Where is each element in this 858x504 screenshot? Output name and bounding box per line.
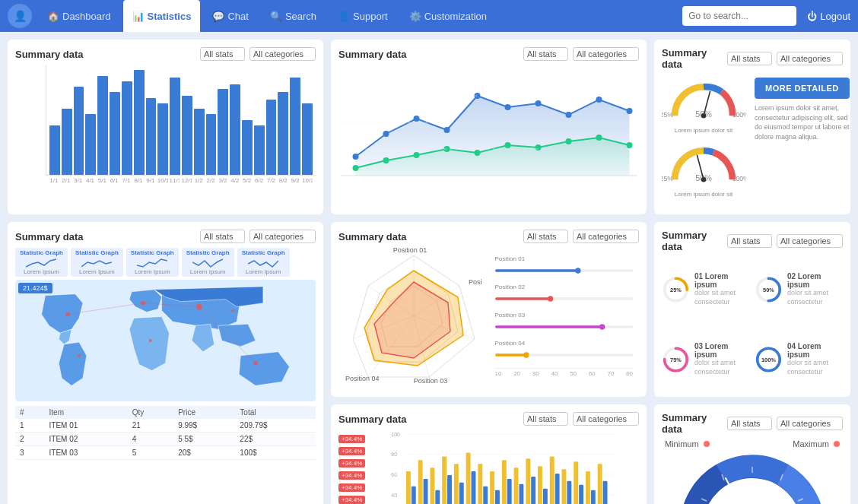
card1-dropdown1[interactable]: All stats <box>200 47 245 61</box>
card7-inner: +34.4% +34.4% +34.4% +34.4% +34.4% +34.4… <box>338 430 639 504</box>
card-speedometer: Summary data All stats All categories Mi… <box>654 404 850 504</box>
side-label-2: +34.4% <box>338 447 365 455</box>
mini-stat-3: Statistic Graph Lorem Ipsum <box>126 248 179 277</box>
svg-rect-67 <box>495 325 602 328</box>
svg-point-8 <box>596 97 602 103</box>
svg-point-33 <box>701 177 707 182</box>
svg-point-39 <box>231 309 234 312</box>
svg-rect-116 <box>538 466 542 504</box>
card5-dropdown2[interactable]: All categories <box>573 230 639 243</box>
side-label-6: +34.4% <box>338 496 365 504</box>
svg-text:75%: 75% <box>670 357 682 363</box>
card3-dropdown1[interactable]: All stats <box>727 52 772 65</box>
card5-header: Summary data All stats All categories <box>338 230 639 243</box>
svg-rect-94 <box>406 471 411 504</box>
card6-title: Summary data <box>662 230 723 252</box>
svg-rect-110 <box>502 460 507 504</box>
card7-title: Summary data <box>338 414 519 425</box>
circle-item-1: 25% 01 Lorem ipsum dolor sit amet consec… <box>662 257 750 322</box>
svg-rect-64 <box>495 297 551 300</box>
card6-dropdown1[interactable]: All stats <box>727 234 772 248</box>
bar <box>206 114 217 175</box>
svg-point-11 <box>383 157 389 163</box>
svg-rect-96 <box>418 460 423 504</box>
bar-chart-area <box>46 65 316 176</box>
svg-rect-123 <box>579 485 583 504</box>
bar <box>74 87 84 175</box>
nav-statistics[interactable]: 📊 Statistics <box>123 0 201 32</box>
svg-text:80: 80 <box>392 452 398 457</box>
svg-rect-119 <box>555 474 560 504</box>
th-qty: Qty <box>128 406 173 419</box>
logout-button[interactable]: ⏻ Logout <box>807 11 850 22</box>
bar-line-svg-3 <box>495 323 634 331</box>
card8-header: Summary data All stats All categories <box>662 412 843 435</box>
nav-dashboard[interactable]: 🏠 Dashboard <box>38 0 120 32</box>
svg-rect-114 <box>526 458 531 504</box>
card4-dropdown2[interactable]: All categories <box>249 230 316 243</box>
svg-rect-102 <box>454 464 459 504</box>
data-table: # Item Qty Price Total 1ITEM 01219.99$20… <box>15 406 316 460</box>
max-dot <box>834 441 840 447</box>
nav-chat[interactable]: 💬 Chat <box>203 0 257 32</box>
bar <box>254 125 265 175</box>
bar <box>110 92 120 175</box>
svg-rect-104 <box>466 453 471 505</box>
svg-rect-125 <box>591 490 596 504</box>
card3-dropdown2[interactable]: All categories <box>777 52 843 65</box>
bar <box>85 114 96 175</box>
card7-dropdown2[interactable]: All categories <box>573 412 639 426</box>
more-detailed-button[interactable]: MORE DETAILED <box>755 78 850 99</box>
svg-rect-108 <box>490 471 494 504</box>
circle-text-1: 01 Lorem ipsum dolor sit amet consectetu… <box>694 272 750 306</box>
card2-dropdown2[interactable]: All categories <box>573 47 639 61</box>
card3-right: MORE DETAILED Lorem ipsum dolor sit amet… <box>752 74 850 210</box>
card-grouped-bars: Summary data All stats All categories +3… <box>331 404 647 504</box>
avatar: 👤 <box>8 4 32 28</box>
svg-rect-70 <box>495 353 526 357</box>
card1-title: Summary data <box>15 49 195 60</box>
circle-svg-4: 100% <box>755 340 783 379</box>
card1-dropdown2[interactable]: All categories <box>249 47 316 61</box>
card8-dropdown2[interactable]: All categories <box>777 417 843 430</box>
svg-point-7 <box>566 112 572 118</box>
svg-point-9 <box>627 108 633 114</box>
svg-rect-112 <box>514 468 519 504</box>
navbar: 👤 🏠 Dashboard 📊 Statistics 💬 Chat 🔍 Sear… <box>0 0 858 32</box>
circles-grid: 25% 01 Lorem ipsum dolor sit amet consec… <box>662 257 843 392</box>
svg-text:50%: 50% <box>763 287 774 293</box>
card7-dropdown1[interactable]: All stats <box>523 412 568 426</box>
svg-rect-107 <box>484 487 488 504</box>
card5-dropdown1[interactable]: All stats <box>523 230 568 243</box>
speedometer-svg: 0 10 February 21.424$ <box>676 452 828 504</box>
th-total: Total <box>235 406 316 419</box>
card4-dropdown1[interactable]: All stats <box>200 230 245 243</box>
card6-dropdown2[interactable]: All categories <box>777 234 843 248</box>
card2-dropdown1[interactable]: All stats <box>523 47 568 61</box>
card8-dropdown1[interactable]: All stats <box>727 417 772 430</box>
svg-point-1 <box>383 131 389 137</box>
side-labels-col: +34.4% +34.4% +34.4% +34.4% +34.4% +34.4… <box>338 430 368 504</box>
th-price: Price <box>173 406 235 419</box>
grouped-bars-area: 100 80 60 40 20 <box>368 430 639 504</box>
svg-point-14 <box>475 150 481 156</box>
svg-text:Position 03: Position 03 <box>413 377 447 385</box>
card-world-map: Summary data All stats All categories St… <box>8 222 323 504</box>
svg-point-10 <box>353 165 359 171</box>
mini-stat-1: Statistic Graph Lorem Ipsum <box>15 248 68 277</box>
card5-inner: Position 01 Position 02 Position 03 Posi… <box>338 248 639 385</box>
radar-container: Position 01 Position 02 Position 03 Posi… <box>338 248 489 385</box>
grouped-bars-svg: 100 80 60 40 20 <box>368 430 639 504</box>
nav-customization[interactable]: ⚙️ Customization <box>400 0 496 32</box>
svg-rect-118 <box>550 456 555 504</box>
card5-title: Summary data <box>338 231 519 242</box>
svg-rect-106 <box>478 464 483 504</box>
svg-point-65 <box>547 296 552 301</box>
svg-rect-124 <box>586 471 590 504</box>
svg-rect-97 <box>424 479 428 504</box>
nav-support[interactable]: 👤 Support <box>329 0 397 32</box>
search-input[interactable] <box>682 6 796 26</box>
sparkline-5 <box>248 256 278 268</box>
nav-search[interactable]: 🔍 Search <box>261 0 326 32</box>
bar <box>122 81 132 175</box>
